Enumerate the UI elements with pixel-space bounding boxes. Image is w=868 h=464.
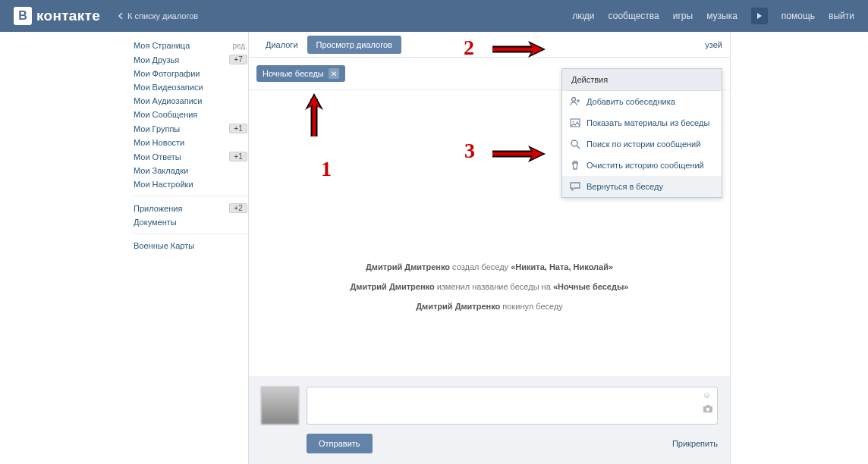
sidebar-item-documents[interactable]: Документы — [134, 215, 247, 229]
nav-games[interactable]: игры — [673, 11, 693, 21]
sidebar-item-apps[interactable]: Приложения+2 — [134, 201, 247, 215]
sidebar-item-label: Мои Группы — [134, 124, 180, 133]
dd-label: Поиск по истории сообщений — [587, 140, 700, 149]
log-line-created: Дмитрий Дмитренко создал беседу «Никита,… — [249, 257, 730, 277]
nav-music[interactable]: музыка — [706, 11, 737, 21]
divider — [134, 196, 247, 196]
user-plus-icon — [570, 96, 580, 107]
camera-icon[interactable] — [703, 404, 713, 415]
divider — [134, 234, 247, 234]
dd-show-materials[interactable]: Показать материалы из беседы — [562, 112, 722, 133]
search-icon — [570, 139, 580, 149]
tab-right-fragment: узей — [705, 40, 722, 49]
back-label: К списку диалогов — [127, 11, 198, 20]
count-badge: +7 — [229, 55, 247, 64]
tab-view-dialogs[interactable]: Просмотр диалогов — [307, 36, 401, 54]
sidebar-item-label: Мои Друзья — [134, 55, 179, 64]
dd-clear-history[interactable]: Очистить историю сообщений — [562, 155, 722, 176]
chat-title-chip: Ночные беседы ✕ — [256, 65, 345, 82]
dd-label: Очистить историю сообщений — [587, 161, 704, 170]
sidebar-item-label: Мои Фотографии — [134, 69, 200, 78]
dd-label: Вернуться в беседу — [587, 182, 663, 191]
sidebar-item-friends[interactable]: Мои Друзья+7 — [134, 52, 247, 67]
sidebar-item-bookmarks[interactable]: Мои Закладки — [134, 164, 247, 177]
sidebar-item-label: Мои Ответы — [134, 152, 181, 161]
sidebar-item-answers[interactable]: Мои Ответы+1 — [134, 149, 247, 164]
chat-icon — [570, 181, 580, 192]
sidebar-item-label: Мои Аудиозаписи — [134, 96, 202, 105]
logo-icon: В — [14, 7, 32, 25]
dd-search-history[interactable]: Поиск по истории сообщений — [562, 133, 722, 155]
sidebar-item-label: Мои Новости — [134, 138, 184, 147]
image-icon — [570, 118, 580, 128]
nav-people[interactable]: люди — [572, 11, 594, 21]
user-avatar — [261, 387, 299, 425]
sidebar-item-my-page[interactable]: Моя Страницаред. — [134, 39, 247, 52]
dd-return-to-chat[interactable]: Вернуться в беседу — [562, 176, 722, 197]
sidebar-item-label: Военные Карты — [134, 241, 194, 250]
sidebar-item-audio[interactable]: Мои Аудиозаписи — [134, 94, 247, 108]
svg-point-0 — [572, 98, 576, 102]
dd-label: Добавить собеседника — [587, 97, 675, 106]
sidebar-item-label: Мои Сообщения — [134, 110, 197, 119]
svg-point-2 — [573, 121, 574, 123]
chevron-left-icon — [118, 12, 123, 20]
message-composer: ☺ Отправить Прикрепить — [249, 376, 730, 464]
sidebar-item-messages[interactable]: Мои Сообщения — [134, 108, 247, 121]
nav-help[interactable]: помощь — [782, 11, 815, 21]
sidebar-item-label: Документы — [134, 218, 177, 227]
sidebar-item-settings[interactable]: Мои Настройки — [134, 177, 247, 191]
top-header: В контакте К списку диалогов люди сообще… — [0, 0, 868, 32]
actions-dropdown: Действия Добавить собеседника Показать м… — [561, 68, 722, 198]
dropdown-header[interactable]: Действия — [562, 69, 722, 91]
sidebar-item-label: Моя Страница — [134, 41, 190, 50]
play-icon — [756, 12, 763, 20]
sidebar-item-videos[interactable]: Мои Видеозаписи — [134, 80, 247, 94]
sidebar-item-news[interactable]: Мои Новости — [134, 136, 247, 149]
send-button[interactable]: Отправить — [307, 434, 373, 453]
sidebar-item-label: Мои Видеозаписи — [134, 83, 203, 92]
log-line-renamed: Дмитрий Дмитренко изменил название бесед… — [249, 277, 730, 296]
emoji-icon[interactable]: ☺ — [703, 390, 713, 400]
svg-point-4 — [706, 408, 709, 411]
edit-link[interactable]: ред. — [232, 42, 247, 50]
logo-text[interactable]: контакте — [36, 8, 100, 24]
dd-label: Показать материалы из беседы — [587, 118, 709, 127]
dd-add-member[interactable]: Добавить собеседника — [562, 91, 722, 112]
nav-logout[interactable]: выйти — [829, 11, 854, 21]
sidebar-item-photos[interactable]: Мои Фотографии — [134, 67, 247, 80]
count-badge: +1 — [229, 124, 247, 133]
main-panel: Диалоги Просмотр диалогов узей Ночные бе… — [248, 32, 731, 464]
top-nav: люди сообщества игры музыка помощь выйти — [572, 8, 854, 24]
attach-link[interactable]: Прикрепить — [672, 439, 718, 448]
sidebar-item-label: Мои Настройки — [134, 180, 193, 189]
back-to-dialogs-link[interactable]: К списку диалогов — [118, 11, 198, 20]
sidebar-item-war-maps[interactable]: Военные Карты — [134, 239, 247, 252]
sidebar-item-label: Приложения — [134, 204, 182, 213]
message-input[interactable] — [307, 387, 718, 425]
nav-communities[interactable]: сообщества — [609, 11, 659, 21]
left-sidebar: Моя Страницаред. Мои Друзья+7 Мои Фотогр… — [134, 32, 247, 259]
tabs-bar: Диалоги Просмотр диалогов узей — [249, 32, 730, 58]
trash-icon — [570, 160, 580, 171]
sidebar-item-groups[interactable]: Мои Группы+1 — [134, 121, 247, 136]
log-line-left: Дмитрий Дмитренко покинул беседу — [249, 296, 730, 316]
tab-dialogs[interactable]: Диалоги — [256, 36, 307, 54]
chip-close-icon[interactable]: ✕ — [329, 68, 339, 79]
sidebar-item-label: Мои Закладки — [134, 166, 188, 175]
count-badge: +1 — [229, 152, 247, 161]
svg-point-3 — [571, 140, 577, 146]
count-badge: +2 — [229, 203, 247, 213]
chip-label: Ночные беседы — [263, 69, 324, 78]
play-button[interactable] — [751, 8, 768, 24]
